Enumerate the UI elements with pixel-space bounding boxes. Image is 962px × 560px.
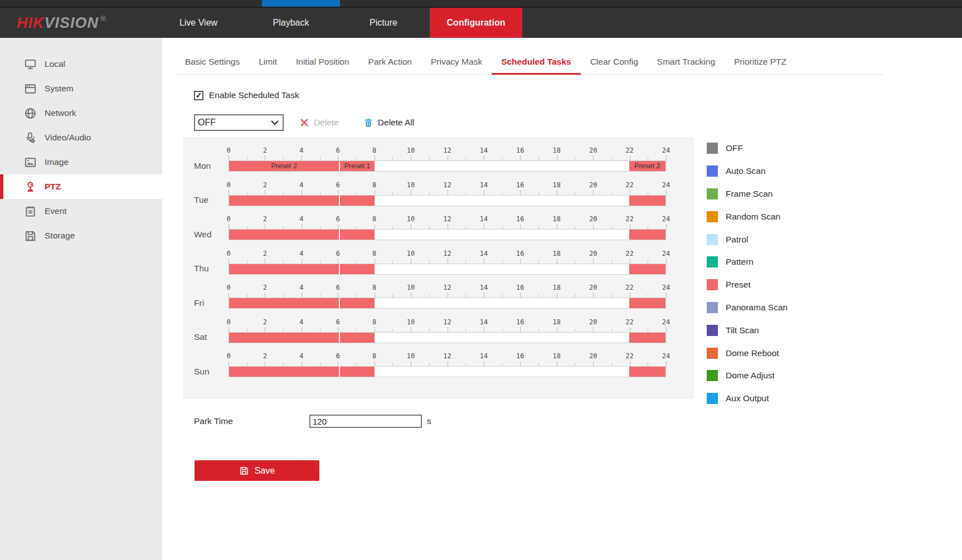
- schedule-segment[interactable]: [340, 298, 375, 308]
- axis-hour-label: 10: [407, 318, 415, 326]
- tab-scheduled-tasks[interactable]: Scheduled Tasks: [492, 50, 580, 75]
- tab-clear-config[interactable]: Clear Config: [581, 50, 648, 75]
- schedule-segment[interactable]: [629, 196, 665, 206]
- enable-scheduled-task-checkbox[interactable]: [194, 91, 203, 100]
- schedule-bar-thu[interactable]: [229, 264, 666, 275]
- schedule-segment[interactable]: [340, 264, 375, 274]
- legend-label-text: Aux Output: [726, 393, 769, 403]
- nav-item-configuration[interactable]: Configuration: [430, 8, 522, 38]
- axis-tick: [666, 155, 667, 160]
- axis-hour-label: 16: [516, 250, 524, 257]
- axis-hour-label: 18: [553, 352, 561, 360]
- sidebar-item-network[interactable]: Network: [0, 101, 162, 125]
- delete-all-button-label: Delete All: [378, 118, 414, 128]
- axis-hour-label: 24: [662, 215, 670, 223]
- schedule-segment[interactable]: [340, 196, 375, 206]
- schedule-segment[interactable]: Preset 2: [629, 161, 665, 171]
- tab-prioritize-ptz[interactable]: Prioritize PTZ: [725, 50, 796, 75]
- day-label-sun: Sun: [183, 350, 229, 385]
- axis-tick: [411, 361, 411, 366]
- axis-hour-label: 12: [443, 318, 451, 326]
- axis-hour-label: 22: [625, 318, 633, 326]
- axis-hour-label: 12: [443, 215, 451, 223]
- axis-tick: [229, 361, 229, 366]
- axis-tick: [557, 293, 557, 298]
- schedule-segment[interactable]: [229, 367, 339, 377]
- axis-hour-label: 10: [407, 352, 415, 360]
- tab-park-action[interactable]: Park Action: [359, 50, 421, 75]
- schedule-segment[interactable]: Preset 2: [229, 161, 339, 171]
- schedule-segment[interactable]: [629, 367, 665, 377]
- task-type-selected-value: OFF: [198, 118, 216, 128]
- nav-item-playback[interactable]: Playback: [245, 8, 337, 38]
- monitor-icon: [24, 58, 37, 71]
- task-type-legend: OFFAuto ScanFrame ScanRandom ScanPatrolP…: [707, 137, 788, 410]
- schedule-segment[interactable]: [340, 367, 375, 377]
- schedule-bar-sat[interactable]: [229, 332, 666, 343]
- axis-hour-label: 8: [372, 352, 376, 360]
- timeline-sat: 024681012141618202224: [229, 316, 666, 351]
- legend-label-text: Patrol: [726, 235, 749, 245]
- axis-tick: [338, 361, 338, 366]
- nav-item-live-view[interactable]: Live View: [152, 8, 245, 38]
- schedule-segment[interactable]: [229, 298, 339, 308]
- axis-tick: [557, 190, 557, 195]
- schedule-segment[interactable]: [340, 230, 375, 240]
- axis-tick: [411, 293, 411, 298]
- globe-icon: [24, 107, 37, 120]
- axis-tick: [593, 259, 594, 264]
- delete-all-button[interactable]: Delete All: [363, 118, 414, 128]
- tab-basic-settings[interactable]: Basic Settings: [176, 50, 249, 75]
- axis-tick: [666, 224, 667, 229]
- legend-label-text: Tilt Scan: [726, 325, 759, 335]
- schedule-segment[interactable]: [229, 230, 339, 240]
- schedule-bar-fri[interactable]: [229, 298, 666, 309]
- axis-hour-label: 2: [263, 318, 267, 326]
- legend-item-frame-scan: Frame Scan: [707, 183, 788, 206]
- task-type-select[interactable]: OFF: [194, 114, 284, 131]
- sidebar-item-video-audio[interactable]: Video/Audio: [0, 125, 162, 150]
- tab-smart-tracking[interactable]: Smart Tracking: [648, 50, 725, 75]
- axis-tick: [593, 224, 594, 229]
- axis-tick: [375, 327, 375, 332]
- sidebar-item-image[interactable]: Image: [0, 150, 162, 174]
- schedule-segment[interactable]: [629, 298, 665, 308]
- axis-hour-label: 10: [407, 250, 415, 257]
- sidebar-item-label: Event: [45, 206, 67, 216]
- schedule-row-thu: Thu024681012141618202224: [183, 248, 694, 283]
- legend-label-text: Auto Scan: [726, 166, 766, 176]
- schedule-segment[interactable]: [629, 264, 665, 274]
- schedule-bar-wed[interactable]: [229, 229, 666, 240]
- park-time-input[interactable]: [309, 415, 422, 428]
- axis-tick: [229, 155, 229, 160]
- axis-hour-label: 0: [226, 215, 230, 223]
- event-note-icon: [24, 205, 37, 218]
- nav-item-picture[interactable]: Picture: [337, 8, 430, 38]
- legend-item-tilt-scan: Tilt Scan: [707, 319, 788, 342]
- schedule-segment[interactable]: [629, 333, 665, 343]
- tab-limit[interactable]: Limit: [249, 50, 286, 75]
- schedule-bar-mon[interactable]: Preset 2Preset 1Preset 2: [229, 160, 666, 172]
- axis-hour-label: 0: [226, 250, 230, 257]
- sidebar-item-system[interactable]: System: [0, 76, 162, 101]
- segment-label: Preset 1: [344, 162, 371, 170]
- schedule-segment[interactable]: [229, 196, 339, 206]
- schedule-bar-sun[interactable]: [229, 366, 666, 377]
- sidebar-item-storage[interactable]: Storage: [0, 223, 162, 248]
- schedule-segment[interactable]: [340, 333, 375, 343]
- delete-button[interactable]: Delete: [299, 118, 339, 128]
- schedule-segment[interactable]: [629, 230, 665, 240]
- axis-hour-label: 6: [336, 250, 340, 257]
- tab-initial-position[interactable]: Initial Position: [286, 50, 359, 75]
- schedule-segment[interactable]: Preset 1: [340, 161, 375, 171]
- schedule-bar-tue[interactable]: [229, 195, 666, 206]
- axis-hour-label: 16: [516, 147, 524, 154]
- sidebar-item-local[interactable]: Local: [0, 52, 162, 76]
- sidebar-item-ptz[interactable]: PTZ: [0, 174, 162, 199]
- schedule-segment[interactable]: [229, 333, 339, 343]
- tab-privacy-mask[interactable]: Privacy Mask: [421, 50, 492, 75]
- sidebar-item-event[interactable]: Event: [0, 199, 162, 223]
- save-button[interactable]: Save: [195, 460, 319, 481]
- axis-hour-label: 0: [226, 147, 230, 154]
- schedule-segment[interactable]: [229, 264, 339, 274]
